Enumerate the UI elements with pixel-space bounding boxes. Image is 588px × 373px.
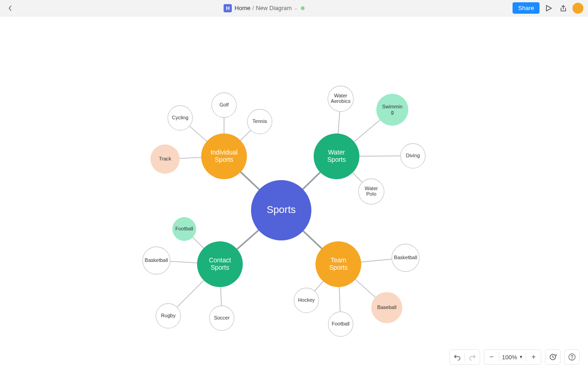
node-label: Contact: [209, 256, 231, 264]
node-label: Individual: [210, 149, 237, 156]
node-label: Track: [159, 156, 171, 161]
node-label: Aerobics: [331, 98, 351, 104]
home-icon: H: [224, 4, 232, 12]
node-label: Cycling: [172, 115, 188, 120]
node-label: Sports: [215, 156, 233, 163]
node-label: Sports: [267, 204, 296, 215]
node-label: Water: [328, 149, 345, 156]
chevron-down-icon[interactable]: ⌵: [294, 5, 297, 11]
avatar[interactable]: [572, 3, 583, 14]
present-icon[interactable]: [543, 3, 554, 14]
node-label: Hockey: [298, 297, 315, 303]
zoom-select[interactable]: 100% ▼: [499, 354, 526, 361]
zoom-group: − 100% ▼ +: [484, 349, 541, 365]
export-icon[interactable]: [558, 3, 569, 14]
node-label: Swimmin: [382, 104, 403, 109]
zoom-value: 100%: [502, 354, 517, 361]
breadcrumb-separator: /: [252, 5, 254, 11]
node-label: Sports: [327, 156, 346, 163]
redo-button[interactable]: [465, 350, 480, 364]
node-label: Team: [331, 256, 346, 264]
mindmap-diagram[interactable]: TrackCyclingGolfTennisWaterAerobicsSwimm…: [0, 16, 588, 373]
node-label: Soccer: [214, 315, 230, 320]
back-button[interactable]: [5, 3, 16, 14]
node-label: Golf: [219, 102, 229, 107]
node-label: Polo: [366, 191, 376, 197]
node-label: Football: [331, 321, 349, 326]
node-label: Basketball: [145, 257, 168, 263]
history-timeline-button[interactable]: [545, 349, 561, 365]
chevron-down-icon: ▼: [519, 355, 523, 359]
canvas[interactable]: TrackCyclingGolfTennisWaterAerobicsSwimm…: [0, 16, 588, 373]
help-button[interactable]: [564, 349, 580, 365]
history-group: [449, 349, 480, 365]
undo-button[interactable]: [450, 350, 465, 364]
breadcrumb[interactable]: Home / New Diagram ⌵: [235, 5, 305, 11]
node-label: g: [391, 109, 394, 115]
breadcrumb-doc[interactable]: New Diagram: [256, 5, 292, 11]
sync-status-icon: [301, 6, 305, 10]
zoom-out-button[interactable]: −: [484, 350, 499, 364]
node-label: Baseball: [377, 304, 396, 310]
node-label: Sports: [329, 264, 347, 271]
node-label: Diving: [406, 153, 420, 158]
node-label: Water: [365, 186, 378, 191]
app-root: H Home / New Diagram ⌵ Share: [0, 0, 588, 373]
zoom-in-button[interactable]: +: [526, 350, 541, 364]
node-label: Tennis: [252, 118, 267, 124]
node-label: Football: [175, 226, 193, 231]
node-label: Water: [334, 93, 347, 98]
node-label: Basketball: [394, 255, 417, 260]
share-button[interactable]: Share: [513, 2, 540, 14]
node-label: Rugby: [161, 313, 176, 318]
status-bar: − 100% ▼ +: [449, 349, 580, 365]
node-label: Sports: [211, 264, 229, 271]
header-bar: H Home / New Diagram ⌵ Share: [0, 0, 588, 16]
svg-point-59: [572, 359, 572, 360]
breadcrumb-home[interactable]: Home: [235, 5, 251, 11]
